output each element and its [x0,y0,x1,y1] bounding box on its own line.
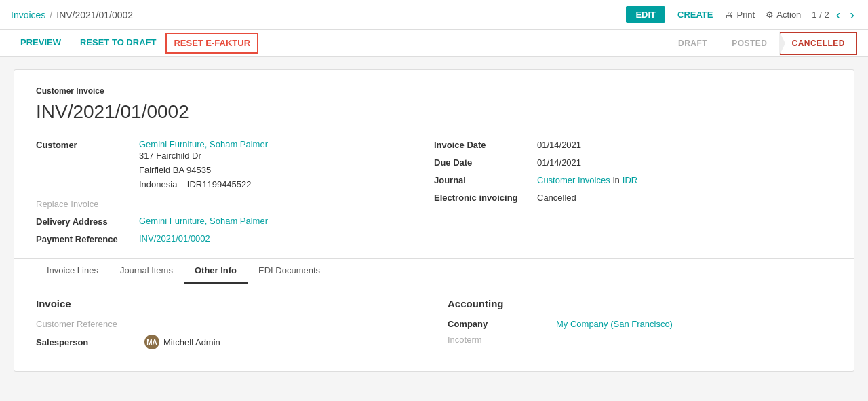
customer-address2: Fairfield BA 94535 [139,164,268,178]
action-label: Action [776,9,801,20]
prev-button[interactable] [833,5,844,24]
journal-value: Customer Invoices in IDR [537,175,637,185]
customer-name[interactable]: Gemini Furniture, Soham Palmer [139,139,268,149]
customer-field: Customer Gemini Furniture, Soham Palmer … [36,139,434,191]
pagination-text: 1 / 2 [812,9,829,20]
print-label: Print [736,9,755,20]
main-content: Customer Invoice INV/2021/01/0002 Custom… [14,69,854,372]
payment-reference-label: Payment Reference [36,233,131,244]
salesperson-avatar: MA [144,335,159,349]
edit-button[interactable]: EDIT [626,6,665,23]
delivery-address-value[interactable]: Gemini Furniture, Soham Palmer [139,216,268,226]
payment-reference-value[interactable]: INV/2021/01/0002 [139,233,210,244]
incoterm-label: Incoterm [448,335,549,345]
create-button[interactable]: CREATE [673,6,717,23]
pagination: 1 / 2 [812,5,857,24]
salesperson-name: Mitchell Admin [163,337,220,347]
next-button[interactable] [847,5,857,24]
section-grid: Invoice Customer Reference Salesperson M… [36,298,832,355]
step-posted: POSTED [719,32,779,55]
invoice-section: Invoice Customer Reference Salesperson M… [36,298,420,355]
customer-reference-row: Customer Reference [36,319,420,329]
step-draft-label: DRAFT [678,39,707,48]
replace-invoice-label: Replace Invoice [36,198,131,209]
delivery-address-label: Delivery Address [36,216,131,227]
company-label: Company [448,319,549,329]
due-date-value: 01/14/2021 [537,157,581,168]
delivery-address-field: Delivery Address Gemini Furniture, Soham… [36,216,434,227]
journal-field: Journal Customer Invoices in IDR [434,174,832,185]
step-draft: DRAFT [666,32,719,55]
status-steps: DRAFT POSTED CANCELLED [666,32,857,55]
invoice-number: INV/2021/01/0002 [36,101,832,123]
journal-label: Journal [434,174,529,185]
salesperson-row: Salesperson MA Mitchell Admin [36,335,420,349]
print-button[interactable]: Print [725,9,755,20]
top-nav: Invoices / INV/2021/01/0002 EDIT CREATE … [0,0,868,30]
electronic-invoicing-label: Electronic invoicing [434,192,529,203]
invoice-section-title: Invoice [36,298,420,309]
gear-icon [766,9,774,20]
step-cancelled-label: CANCELLED [792,39,846,48]
breadcrumb-parent[interactable]: Invoices [11,9,45,20]
company-row: Company My Company (San Francisco) [448,319,832,329]
invoice-date-field: Invoice Date 01/14/2021 [434,139,832,150]
journal-name[interactable]: Customer Invoices [537,175,610,185]
other-info-content: Invoice Customer Reference Salesperson M… [36,284,832,355]
nav-right: Print Action 1 / 2 [725,5,857,24]
salesperson-value-group: MA Mitchell Admin [144,335,220,349]
reset-efaktur-button[interactable]: RESET E-FAKTUR [165,33,258,54]
journal-currency[interactable]: IDR [623,175,637,185]
replace-invoice-field: Replace Invoice [36,198,434,209]
status-bar: PREVIEW RESET TO DRAFT RESET E-FAKTUR DR… [0,30,868,57]
breadcrumb-current: INV/2021/01/0002 [56,9,133,20]
company-value[interactable]: My Company (San Francisco) [556,319,673,329]
print-icon [725,9,734,20]
tabs-bar: Invoice Lines Journal Items Other Info E… [14,258,854,284]
step-posted-label: POSTED [732,39,767,48]
invoice-fields: Customer Gemini Furniture, Soham Palmer … [36,139,832,244]
salesperson-label: Salesperson [36,337,138,347]
action-button[interactable]: Action [766,9,801,20]
electronic-invoicing-value: Cancelled [537,193,576,203]
step-cancelled: CANCELLED [780,32,858,55]
breadcrumb-separator: / [50,9,52,20]
chevron-right-icon [850,9,854,21]
accounting-section: Accounting Company My Company (San Franc… [448,298,832,355]
customer-address1: 317 Fairchild Dr [139,149,268,164]
electronic-invoicing-field: Electronic invoicing Cancelled [434,192,832,203]
incoterm-row: Incoterm [448,335,832,345]
preview-button[interactable]: PREVIEW [11,31,71,56]
customer-reference-label: Customer Reference [36,319,138,329]
tab-edi-documents[interactable]: EDI Documents [248,259,331,284]
field-right: Invoice Date 01/14/2021 Due Date 01/14/2… [434,139,832,244]
tab-invoice-lines[interactable]: Invoice Lines [36,259,109,284]
customer-label: Customer [36,139,131,150]
due-date-label: Due Date [434,157,529,168]
tab-journal-items[interactable]: Journal Items [109,259,184,284]
invoice-date-value: 01/14/2021 [537,140,581,150]
payment-reference-field: Payment Reference INV/2021/01/0002 [36,233,434,244]
field-left: Customer Gemini Furniture, Soham Palmer … [36,139,434,244]
breadcrumb: Invoices / INV/2021/01/0002 [11,9,618,20]
invoice-type-label: Customer Invoice [36,86,832,96]
tab-other-info[interactable]: Other Info [184,259,248,284]
chevron-left-icon [836,9,841,21]
journal-in: in [613,175,620,185]
customer-address: Gemini Furniture, Soham Palmer 317 Fairc… [139,139,268,191]
accounting-section-title: Accounting [448,298,832,309]
reset-to-draft-button[interactable]: RESET TO DRAFT [71,31,165,56]
due-date-field: Due Date 01/14/2021 [434,157,832,168]
customer-address3: Indonesia – IDR1199445522 [139,178,268,192]
invoice-date-label: Invoice Date [434,139,529,150]
